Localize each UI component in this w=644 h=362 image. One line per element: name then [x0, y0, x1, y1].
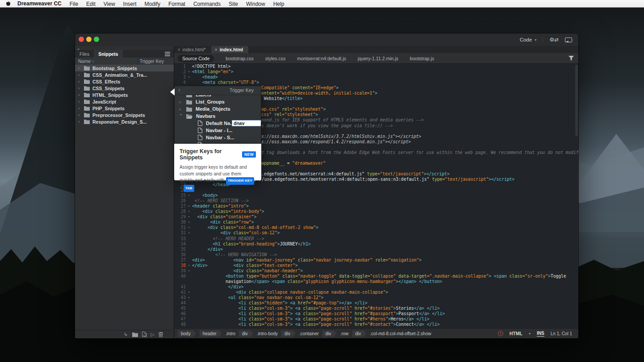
fold-arrow-icon[interactable]: ▾	[186, 230, 192, 236]
error-indicator-icon[interactable]: ×	[498, 331, 503, 336]
code-line: 27▾<header class="intro">	[174, 204, 578, 209]
delete-icon[interactable]	[159, 332, 163, 337]
popup-snippet-row[interactable]: Default Na...	[175, 120, 261, 127]
comment-bubble-icon[interactable]	[565, 37, 572, 42]
snippet-folder-row[interactable]: ›Preprocessor_Snippets	[75, 112, 174, 118]
panel-menu-icon[interactable]	[165, 52, 170, 53]
menu-commands[interactable]: Commands	[193, 1, 221, 7]
tag-selector[interactable]: .row	[340, 331, 349, 336]
snippet-folder-row[interactable]: ›Bootstrap_Snippets	[75, 65, 174, 71]
trigger-key-column-header[interactable]: Trigger Key	[140, 58, 164, 64]
doc-tab-index.html[interactable]: ×index.html	[211, 46, 248, 53]
menu-insert[interactable]: Insert	[123, 1, 137, 7]
tag-selector[interactable]: .container	[299, 331, 319, 336]
chevron-right-icon[interactable]: ›	[78, 106, 83, 111]
fold-arrow-icon[interactable]: ▾	[186, 69, 192, 75]
fold-arrow-icon[interactable]: ▾	[186, 204, 192, 209]
doc-type-dropdown[interactable]: HTML ▾	[510, 331, 531, 336]
fold-arrow-icon[interactable]: ▾	[186, 193, 192, 198]
tag-selector[interactable]: div	[239, 330, 253, 337]
filter-funnel-icon[interactable]	[569, 56, 574, 61]
window-title-bar[interactable]: Code ▾ ⚙⇄	[75, 33, 578, 46]
chevron-right-icon[interactable]: ›	[78, 113, 83, 117]
apple-menu-icon[interactable]	[5, 0, 11, 7]
menu-format[interactable]: Format	[168, 1, 185, 7]
popup-snippet-list: Labels›List_Groups›Media_Objects›Navbars…	[175, 95, 261, 144]
snippet-folder-row[interactable]: ›CSS_Effects	[75, 78, 174, 85]
chevron-right-icon[interactable]: ›	[78, 79, 83, 84]
tag-selector[interactable]: body	[178, 330, 196, 337]
fold-arrow-icon[interactable]: ▾	[186, 75, 192, 80]
related-file-montserrat-n4-default-js[interactable]: montserrat:n4:default.js	[297, 56, 346, 61]
tag-selector[interactable]: div	[352, 330, 367, 337]
tag-selector[interactable]: .intro	[226, 331, 235, 336]
tag-selector[interactable]: div	[322, 330, 337, 337]
chevron-right-icon[interactable]: ›	[78, 86, 83, 91]
fold-arrow-icon[interactable]: ▾	[186, 263, 192, 268]
fold-arrow-icon[interactable]: ▾	[186, 295, 192, 300]
popup-folder-row[interactable]: Labels	[175, 95, 261, 98]
minimize-window-button[interactable]	[86, 37, 92, 42]
tag-selector[interactable]: header	[200, 330, 222, 337]
popup-folder-row[interactable]: ›Media_Objects	[175, 105, 261, 112]
chevron-right-icon[interactable]: ›	[78, 120, 83, 124]
fold-arrow-icon[interactable]: ▾	[186, 268, 192, 274]
snippet-folder-row[interactable]: ›HTML_Snippets	[75, 92, 174, 98]
tag-selector[interactable]: div	[281, 330, 296, 337]
fold-arrow-icon[interactable]: ▾	[186, 290, 192, 295]
popup-snippet-row[interactable]: Navbar - I...	[175, 127, 261, 134]
menu-view[interactable]: View	[104, 1, 115, 7]
code-scrollbar[interactable]	[575, 65, 578, 136]
snippet-folder-row[interactable]: ›CSS_Snippets	[75, 85, 174, 92]
trigger-key-column-header[interactable]: Trigger Key	[230, 87, 254, 93]
snippet-folder-row[interactable]: ›Responsive_Design_S...	[75, 118, 174, 125]
chevron-right-icon[interactable]: ›	[78, 66, 83, 71]
chevron-right-icon[interactable]: ›	[78, 100, 83, 104]
fold-arrow-icon[interactable]: ▾	[186, 220, 192, 225]
related-file-bootstrap-js[interactable]: bootstrap.js	[410, 56, 434, 61]
fold-arrow-icon[interactable]: ▾	[186, 209, 192, 214]
zoom-window-button[interactable]	[94, 37, 99, 42]
menu-modify[interactable]: Modify	[145, 1, 160, 7]
app-menu-title[interactable]: Dreamweaver CC	[17, 0, 62, 7]
related-file-styles-css[interactable]: styles.css	[265, 56, 286, 61]
snippet-folder-row[interactable]: ›PHP_Snippets	[75, 105, 174, 112]
tab-snippets[interactable]: Snippets	[94, 50, 122, 58]
new-folder-icon[interactable]	[132, 332, 138, 337]
tag-selector[interactable]: .intro-body	[257, 331, 278, 336]
popup-snippet-row[interactable]: Navbar - S...	[175, 134, 261, 141]
close-window-button[interactable]	[79, 37, 84, 42]
menu-file[interactable]: File	[70, 1, 78, 7]
related-file-bootstrap-css[interactable]: bootstrap.css	[226, 56, 253, 61]
new-snippet-icon[interactable]	[142, 332, 147, 337]
menu-edit[interactable]: Edit	[86, 1, 96, 7]
menu-window[interactable]: Window	[246, 1, 265, 7]
chevron-right-icon[interactable]: ›	[78, 73, 83, 77]
tag-selector[interactable]: .col-md-8.col-md-offset-2.show	[370, 331, 431, 336]
fold-arrow-icon[interactable]: ▾	[186, 225, 192, 230]
folder-name: JavaScript	[92, 99, 116, 104]
view-mode-dropdown[interactable]: Code ▾	[520, 37, 544, 42]
chevron-right-icon[interactable]: ›	[179, 100, 184, 104]
sync-settings-icon[interactable]: ⚙⇄	[549, 37, 559, 43]
chevron-down-icon[interactable]: ›	[179, 114, 184, 118]
trigger-key-input[interactable]	[232, 120, 261, 126]
tab-files[interactable]: Files	[75, 50, 94, 58]
close-tab-icon[interactable]: ×	[215, 47, 217, 52]
related-file-source-code[interactable]: Source Code	[178, 55, 214, 62]
close-tab-icon[interactable]: ×	[178, 47, 180, 52]
chevron-right-icon[interactable]: ›	[179, 107, 184, 111]
name-column-header[interactable]: Name ↑	[78, 58, 94, 64]
doc-tab-index.html[interactable]: ×index.html*	[174, 46, 211, 53]
snippet-folder-row[interactable]: ›CSS_Animation_&_Tra...	[75, 71, 174, 78]
popup-folder-row[interactable]: ›List_Groups	[175, 98, 261, 105]
menu-site[interactable]: Site	[229, 1, 238, 7]
menu-help[interactable]: Help	[273, 1, 284, 7]
snippet-folder-row[interactable]: ›JavaScript	[75, 98, 174, 105]
fold-arrow-icon[interactable]: ▾	[186, 214, 192, 220]
chevron-right-icon[interactable]: ›	[78, 93, 83, 97]
related-files-bar: Source Codebootstrap.cssstyles.cssmontse…	[174, 53, 578, 64]
sort-ascending-icon[interactable]: ↑	[178, 87, 180, 92]
related-file-jquery-1-11-2-min-js[interactable]: jquery-1.11.2.min.js	[358, 56, 398, 61]
popup-folder-row[interactable]: ›Navbars	[175, 112, 261, 120]
